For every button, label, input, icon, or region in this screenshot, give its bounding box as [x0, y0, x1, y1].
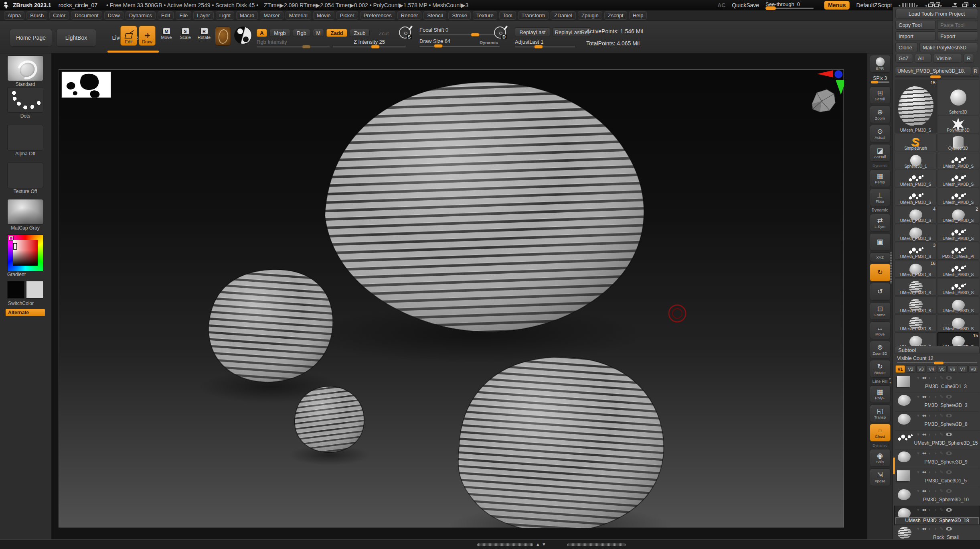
tool-grid-item[interactable]: UMesh_PM3D_S	[895, 278, 937, 296]
spix-slider-track[interactable]	[871, 81, 889, 83]
see-through-thumb[interactable]	[765, 6, 776, 10]
restore-button[interactable]	[962, 4, 967, 7]
strip-scrollbar[interactable]	[890, 252, 892, 284]
alternate-button[interactable]: Alternate	[6, 309, 45, 316]
subtool-row[interactable]: ▾ ●● ◐ ◑ ✎ PM3D_Sphere3D_8	[895, 412, 980, 431]
adjust-last-thumb[interactable]	[534, 45, 543, 49]
move-mode-button[interactable]: M Move	[159, 28, 174, 40]
m-button[interactable]: M	[313, 29, 324, 37]
subtool-row[interactable]: ▾ ●● ◐ ◑ ✎ PM3D_Cube3D1_3	[895, 374, 980, 393]
divider-config-right[interactable]: ◂ ▸	[925, 3, 942, 8]
tool-r-button[interactable]: R	[972, 67, 979, 75]
menu-item[interactable]: Help	[629, 11, 647, 20]
list-icon[interactable]: ▾	[917, 507, 919, 512]
subtool-row[interactable]: ▾ ●● ◐ ◑ ✎ PM3D_Cube3D1_5	[895, 468, 980, 487]
rgb-intensity-thumb[interactable]	[302, 45, 311, 49]
goz-button[interactable]: GoZ	[895, 54, 913, 63]
zsub-button[interactable]: Zsub	[350, 29, 370, 37]
subtool-row[interactable]: ▾ ●● ◐ ◑ ✎ PM3D_Sphere3D_9	[895, 449, 980, 468]
menu-item[interactable]: Picker	[336, 11, 358, 20]
list-icon[interactable]: ▾	[917, 526, 919, 531]
subtool-row[interactable]: ▾ ●● ◐ ◑ ✎ PM3D_Sphere3D_10	[895, 487, 980, 506]
adjust-last-slider[interactable]: AdjustLast 1	[515, 39, 575, 47]
boolean-add-icon[interactable]: ●●	[922, 394, 926, 399]
load-tools-button[interactable]: Load Tools From Project	[895, 9, 978, 18]
list-icon[interactable]: ▾	[917, 451, 919, 455]
right-shelf-button[interactable]: ↔ Move	[870, 321, 891, 339]
subtool-view-tab[interactable]: V1	[895, 365, 905, 373]
goz-r-button[interactable]: R	[964, 54, 974, 63]
zcut-button[interactable]: Zcut	[375, 30, 392, 37]
eye-icon[interactable]	[946, 470, 952, 474]
eye-icon[interactable]	[946, 489, 952, 493]
menu-item[interactable]: Tool	[499, 11, 516, 20]
right-shelf-button[interactable]: BPR	[870, 55, 891, 73]
tool-grid-item[interactable]: UMesh_PM3D_S	[937, 260, 979, 278]
tool-grid-item[interactable]: Sphere3D_1	[895, 152, 937, 169]
right-shelf-button[interactable]: ↻	[870, 264, 891, 281]
subtool-row[interactable]: ▾ ●● ◐ ◑ ✎ PM3D_Sphere3D_3	[895, 393, 980, 412]
tool-grid-item[interactable]: UMesh_PM3D_S	[937, 314, 979, 332]
rgb-button[interactable]: Rgb	[293, 29, 310, 37]
scale-mode-button[interactable]: S Scale	[178, 28, 193, 40]
home-page-button[interactable]: Home Page	[10, 29, 52, 47]
tool-grid-item[interactable]: UMesh_PM3D_S	[895, 224, 937, 242]
right-shelf-button[interactable]: ▦ PolyF	[870, 385, 891, 403]
mesh-rock-right[interactable]	[458, 357, 664, 528]
main-color-swatch[interactable]	[7, 281, 24, 299]
boolean-add-icon[interactable]: ●●	[922, 451, 926, 455]
subtool-view-tab[interactable]: V7	[958, 365, 968, 373]
axis-y-arrow[interactable]	[836, 80, 844, 95]
brush-palette-item[interactable]: Standard	[7, 55, 43, 87]
polypaint-brush-icon[interactable]: ✎	[940, 507, 943, 512]
boolean-intersect-icon[interactable]: ◑	[934, 526, 937, 531]
right-shelf-button[interactable]: ◌ Ghost	[870, 424, 891, 441]
subtool-view-tab[interactable]: V3	[916, 365, 926, 373]
tool-grid-item[interactable]: UMesh_PM3D_S	[937, 170, 979, 187]
tray-collapse-arrows[interactable]: ▸◂	[889, 376, 891, 384]
tool-grid-item[interactable]: 3 UMesh_PM3D_S	[895, 242, 937, 260]
mesh-rock-small[interactable]	[295, 386, 364, 452]
boolean-sub-icon[interactable]: ◐	[929, 375, 931, 380]
menu-item[interactable]: Movie	[313, 11, 334, 20]
boolean-add-icon[interactable]: ●●	[922, 470, 926, 474]
current-material-sphere[interactable]	[234, 26, 252, 44]
copy-tool-button[interactable]: Copy Tool	[895, 20, 935, 30]
tray-scroll-indicator[interactable]	[893, 458, 895, 474]
right-shelf-button[interactable]: ⊡ Frame	[870, 302, 891, 320]
eye-icon[interactable]	[946, 414, 952, 417]
viewport-canvas[interactable]	[52, 53, 867, 539]
mrgb-button[interactable]: Mrgb	[269, 29, 290, 37]
right-shelf-button[interactable]: SPix 3	[870, 74, 891, 85]
tool-grid-item[interactable]: 16 UMesh_PM3D_S	[895, 260, 937, 278]
menu-item[interactable]: Render	[397, 11, 422, 20]
right-shelf-button[interactable]: ⊞ Scroll	[870, 86, 891, 104]
right-shelf-button[interactable]: ⇄ L.Sym	[870, 214, 891, 232]
boolean-sub-icon[interactable]: ◐	[929, 526, 931, 531]
active-tool-name[interactable]: UMesh_PM3D_Sphere3D_18.	[895, 67, 971, 75]
switch-color-swatches[interactable]	[7, 281, 43, 299]
goz-all-button[interactable]: All	[915, 54, 931, 63]
rotate-mode-button[interactable]: R Rotate	[196, 28, 213, 40]
menu-item[interactable]: Layer	[193, 11, 214, 20]
menu-item[interactable]: Alpha	[4, 11, 24, 20]
edit-mode-button[interactable]: Edit	[120, 26, 137, 46]
subtool-row[interactable]: ▾ ●● ◐ ◑ ✎ UMesh_PM3D_Sphere3D_15	[895, 431, 980, 449]
right-shelf-button[interactable]: ↺	[870, 283, 891, 301]
boolean-add-icon[interactable]: ●●	[922, 375, 926, 380]
subtool-view-tab[interactable]: V8	[968, 365, 978, 373]
polypaint-brush-icon[interactable]: ✎	[940, 413, 943, 418]
axis-z-dot[interactable]	[834, 70, 842, 78]
menu-item[interactable]: Brush	[26, 11, 47, 20]
tool-grid-item[interactable]: SimpleBrush	[895, 134, 937, 151]
focal-shift-slider[interactable]: Focal Shift 0	[419, 27, 500, 35]
menu-item[interactable]: File	[176, 11, 191, 20]
menu-item[interactable]: Transform	[518, 11, 549, 20]
boolean-add-icon[interactable]: ●●	[922, 507, 926, 512]
visible-count-track[interactable]	[897, 362, 977, 363]
right-shelf-button[interactable]: ⊥ Floor	[870, 189, 891, 206]
list-icon[interactable]: ▾	[917, 394, 919, 399]
replay-last-button[interactable]: ReplayLast	[515, 27, 550, 37]
goz-visible-button[interactable]: Visible	[933, 54, 962, 63]
menu-item[interactable]: Dynamics	[126, 11, 156, 20]
